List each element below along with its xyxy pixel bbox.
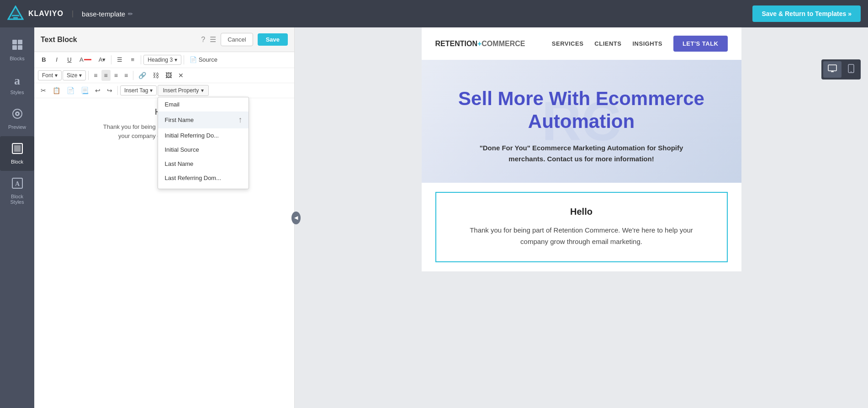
cancel-button[interactable]: Cancel [221, 33, 253, 46]
preview-hero: RC Sell More With Ecommerce Automation "… [422, 60, 741, 183]
preview-nav: RETENTION+COMMERCE SERVICES CLIENTS INSI… [422, 27, 741, 60]
insert-property-label: Insert Property [163, 87, 199, 94]
sidebar-item-block-styles[interactable]: A Block Styles [0, 171, 34, 211]
align-left-button[interactable]: ≡ [91, 70, 100, 81]
unordered-list-button[interactable]: ☰ [114, 54, 126, 66]
text-block-card[interactable]: Hello Thank you for being part of Retent… [435, 192, 728, 262]
insert-property-dropdown: Email First Name ↑ Initial Referring Do.… [158, 97, 249, 189]
desktop-view-button[interactable] [823, 61, 842, 78]
hero-title: Sell More With Ecommerce Automation [440, 87, 723, 133]
klaviyo-logo-icon [7, 5, 24, 22]
svg-text:A: A [15, 180, 20, 187]
svg-rect-4 [12, 40, 17, 44]
lets-talk-button[interactable]: LET'S TALK [673, 36, 728, 52]
menu-button[interactable]: ☰ [210, 35, 216, 44]
editor-panel: Text Block ? ☰ Cancel Save B I U A A▾ ☰ … [34, 27, 295, 408]
hero-subtitle: "Done For You" Ecommerce Marketing Autom… [472, 143, 691, 164]
heading-chevron-icon: ▾ [175, 57, 177, 63]
device-toggle [821, 59, 861, 79]
svg-rect-6 [12, 45, 17, 50]
collapse-panel-button[interactable]: ◀ [291, 212, 301, 224]
redo-button[interactable]: ↪ [104, 85, 115, 96]
bold-button[interactable]: B [38, 54, 50, 66]
svg-rect-7 [18, 45, 22, 50]
logo-commerce-text: COMMERCE [482, 40, 525, 48]
separator-5 [133, 71, 133, 80]
nav-insights[interactable]: INSIGHTS [632, 40, 662, 47]
ordered-list-button[interactable]: ≡ [127, 54, 138, 66]
sidebar-item-styles[interactable]: a Styles [0, 68, 34, 101]
editor-header: Text Block ? ☰ Cancel Save [34, 27, 294, 52]
clear-format-button[interactable]: ✕ [175, 70, 186, 81]
size-label: Size [67, 72, 77, 79]
cursor-indicator: ↑ [238, 115, 242, 125]
sidebar-item-block[interactable]: Block [0, 136, 34, 171]
sidebar-item-blocks[interactable]: Blocks [0, 32, 34, 68]
property-initial-source-label: Initial Source [164, 146, 199, 153]
font-color-button[interactable]: A [76, 54, 95, 66]
nav-clients[interactable]: CLIENTS [594, 40, 621, 47]
preview-icon [11, 108, 23, 122]
svg-rect-15 [828, 65, 836, 71]
edit-template-name-icon[interactable]: ✏ [128, 11, 133, 17]
email-preview: RETENTION+COMMERCE SERVICES CLIENTS INSI… [422, 27, 741, 271]
highlight-button[interactable]: A▾ [95, 54, 109, 66]
heading-label: Heading 3 [148, 57, 173, 63]
topbar-separator: | [72, 10, 74, 18]
logo-plus-text: + [477, 40, 482, 48]
align-center-button[interactable]: ≡ [101, 70, 111, 81]
property-last-referring[interactable]: Last Referring Dom... [158, 171, 249, 185]
help-button[interactable]: ? [201, 36, 205, 44]
font-dropdown[interactable]: Font ▾ [38, 70, 62, 80]
insert-property-container: Insert Property ▾ Email First Name ↑ [158, 85, 209, 96]
cut-button[interactable]: ✂ [38, 85, 49, 96]
align-justify-button[interactable]: ≡ [122, 70, 131, 81]
paste-text-button[interactable]: 📃 [78, 85, 91, 96]
image-button[interactable]: 🖼 [163, 70, 175, 81]
blocks-label: Blocks [10, 56, 24, 61]
copy-button[interactable]: 📋 [50, 85, 63, 96]
property-last-name-label: Last Name [164, 160, 193, 167]
paste-button[interactable]: 📄 [64, 85, 77, 96]
save-button[interactable]: Save [258, 33, 288, 46]
insert-property-button[interactable]: Insert Property ▾ [158, 85, 209, 96]
insert-tag-button[interactable]: Insert Tag ▾ [120, 85, 157, 95]
undo-button[interactable]: ↩ [92, 85, 103, 96]
property-email[interactable]: Email [158, 97, 249, 111]
link-button[interactable]: 🔗 [136, 70, 149, 81]
insert-property-chevron-icon: ▾ [201, 87, 204, 94]
nav-services[interactable]: SERVICES [552, 40, 584, 47]
size-dropdown[interactable]: Size ▾ [63, 70, 86, 80]
separator-3 [184, 55, 184, 64]
separator-2 [141, 55, 141, 64]
heading-dropdown[interactable]: Heading 3 ▾ [143, 55, 181, 65]
property-first-name-label: First Name [164, 117, 194, 123]
main-area: Blocks a Styles Preview Blo [0, 27, 868, 408]
insert-tag-chevron-icon: ▾ [150, 87, 153, 94]
sidebar: Blocks a Styles Preview Blo [0, 27, 34, 408]
save-return-button[interactable]: Save & Return to Templates » [752, 5, 861, 22]
block-icon [11, 143, 23, 157]
dropdown-scroll-area[interactable]: Email First Name ↑ Initial Referring Do.… [158, 97, 249, 189]
block-styles-icon: A [11, 177, 23, 192]
underline-button[interactable]: U [64, 54, 75, 66]
source-button[interactable]: 📄 Source [186, 54, 221, 66]
svg-rect-5 [18, 40, 22, 44]
sidebar-item-preview[interactable]: Preview [0, 101, 34, 136]
mobile-view-button[interactable] [843, 61, 859, 78]
logo-area: KLAVIYO | base-template ✏ [7, 5, 133, 22]
italic-button[interactable]: I [51, 54, 63, 66]
font-label: Font [42, 72, 53, 79]
property-first-name[interactable]: First Name ↑ [158, 111, 249, 128]
separator-6 [117, 86, 118, 95]
align-right-button[interactable]: ≡ [111, 70, 121, 81]
logo-retention-text: RETENTION [435, 40, 477, 48]
property-initial-referring[interactable]: Initial Referring Do... [158, 128, 249, 143]
separator-1 [111, 55, 111, 64]
insert-tag-label: Insert Tag [124, 87, 148, 94]
property-last-name[interactable]: Last Name [158, 157, 249, 171]
property-initial-source[interactable]: Initial Source [158, 143, 249, 157]
property-last-source[interactable]: Last Source [158, 185, 249, 189]
block-styles-label: Block Styles [4, 194, 31, 205]
unlink-button[interactable]: ⛓ [150, 70, 162, 81]
